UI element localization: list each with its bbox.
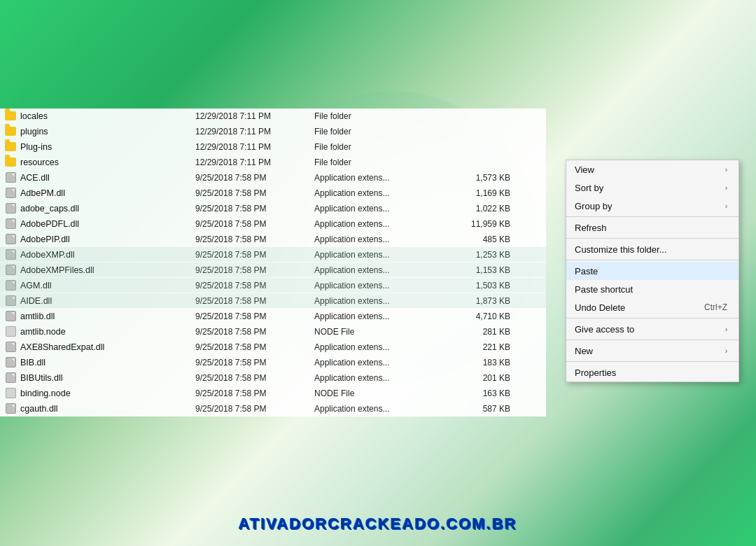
context-menu-item-new[interactable]: New› bbox=[566, 342, 738, 360]
file-row[interactable]: AdbePM.dll9/25/2018 7:58 PMApplication e… bbox=[0, 186, 546, 201]
file-row[interactable]: plugins12/29/2018 7:11 PMFile folder bbox=[0, 124, 546, 139]
folder-icon bbox=[4, 156, 17, 169]
file-size: 587 KB bbox=[454, 404, 510, 414]
file-size: 221 KB bbox=[454, 342, 510, 352]
file-row[interactable]: amtlib.node9/25/2018 7:58 PMNODE File281… bbox=[0, 324, 546, 340]
ctx-item-label: Paste bbox=[575, 266, 598, 276]
ctx-item-label: Paste shortcut bbox=[575, 284, 633, 295]
file-size: 163 KB bbox=[454, 388, 510, 398]
file-name: AdobePIP.dll bbox=[20, 234, 195, 244]
file-size: 1,169 KB bbox=[454, 188, 510, 198]
context-menu-item-paste[interactable]: Paste bbox=[566, 262, 738, 280]
dll-icon bbox=[4, 248, 17, 261]
context-menu-item-properties[interactable]: Properties bbox=[566, 363, 738, 382]
file-name: AdobeXMP.dll bbox=[20, 250, 195, 260]
context-menu-item-group-by[interactable]: Group by› bbox=[566, 197, 738, 215]
dll-icon bbox=[4, 264, 17, 276]
file-date: 9/25/2018 7:58 PM bbox=[195, 404, 314, 414]
dll-icon bbox=[4, 187, 17, 200]
file-row[interactable]: AdobeXMP.dll9/25/2018 7:58 PMApplication… bbox=[0, 247, 546, 262]
file-name: amtlib.dll bbox=[20, 312, 195, 321]
dll-icon bbox=[4, 202, 17, 215]
file-type: Application extens... bbox=[314, 265, 454, 275]
file-name: plugins bbox=[20, 127, 195, 136]
context-menu-item-paste-shortcut[interactable]: Paste shortcut bbox=[566, 280, 738, 298]
file-name: ACE.dll bbox=[20, 173, 195, 183]
file-row[interactable]: adobe_caps.dll9/25/2018 7:58 PMApplicati… bbox=[0, 201, 546, 216]
file-date: 12/29/2018 7:11 PM bbox=[195, 127, 314, 136]
file-type: File folder bbox=[314, 127, 454, 136]
ctx-separator bbox=[566, 318, 738, 318]
ctx-separator bbox=[566, 260, 738, 260]
file-size: 183 KB bbox=[454, 358, 510, 368]
file-type: Application extens... bbox=[314, 281, 454, 290]
file-name: AIDE.dll bbox=[20, 296, 195, 306]
file-row[interactable]: AdobeXMPFiles.dll9/25/2018 7:58 PMApplic… bbox=[0, 262, 546, 278]
dll-icon bbox=[4, 310, 17, 323]
file-name: locales bbox=[20, 111, 195, 121]
file-row[interactable]: amtlib.dll9/25/2018 7:58 PMApplication e… bbox=[0, 309, 546, 324]
ctx-item-label: Sort by bbox=[575, 183, 603, 193]
file-row[interactable]: resources12/29/2018 7:11 PMFile folder bbox=[0, 155, 546, 170]
file-row[interactable]: ACE.dll9/25/2018 7:58 PMApplication exte… bbox=[0, 170, 546, 186]
chevron-right-icon: › bbox=[725, 326, 727, 333]
ctx-item-label: New bbox=[575, 346, 593, 356]
ctx-separator bbox=[566, 238, 738, 239]
file-type: File folder bbox=[314, 158, 454, 167]
dll-icon bbox=[4, 172, 17, 184]
file-row[interactable]: AIDE.dll9/25/2018 7:58 PMApplication ext… bbox=[0, 293, 546, 309]
file-type: Application extens... bbox=[314, 373, 454, 383]
file-name: resources bbox=[20, 158, 195, 167]
file-date: 9/25/2018 7:58 PM bbox=[195, 265, 314, 275]
file-date: 9/25/2018 7:58 PM bbox=[195, 204, 314, 214]
file-row[interactable]: BIB.dll9/25/2018 7:58 PMApplication exte… bbox=[0, 355, 546, 370]
file-date: 9/25/2018 7:58 PM bbox=[195, 219, 314, 229]
chevron-right-icon: › bbox=[725, 347, 727, 355]
context-menu-item-refresh[interactable]: Refresh bbox=[566, 218, 738, 237]
file-name: cgauth.dll bbox=[20, 404, 195, 414]
dll-icon bbox=[4, 356, 17, 369]
file-explorer: locales12/29/2018 7:11 PMFile folderplug… bbox=[0, 108, 546, 416]
file-row[interactable]: AdobePIP.dll9/25/2018 7:58 PMApplication… bbox=[0, 232, 546, 247]
file-type: Application extens... bbox=[314, 234, 454, 244]
context-menu-item-give-access-to[interactable]: Give access to› bbox=[566, 320, 738, 338]
file-name: AdbePM.dll bbox=[20, 188, 195, 198]
context-menu-item-customize-this-folder[interactable]: Customize this folder... bbox=[566, 240, 738, 258]
folder-icon bbox=[4, 141, 17, 153]
file-name: AGM.dll bbox=[20, 281, 195, 290]
file-row[interactable]: AGM.dll9/25/2018 7:58 PMApplication exte… bbox=[0, 278, 546, 293]
file-name: amtlib.node bbox=[20, 327, 195, 337]
file-size: 1,153 KB bbox=[454, 265, 510, 275]
file-name: adobe_caps.dll bbox=[20, 204, 195, 214]
context-menu-item-view[interactable]: View› bbox=[566, 160, 738, 178]
file-row[interactable]: BIBUtils.dll9/25/2018 7:58 PMApplication… bbox=[0, 370, 546, 386]
file-type: Application extens... bbox=[314, 342, 454, 352]
ctx-separator bbox=[566, 216, 738, 217]
file-row[interactable]: AdobePDFL.dll9/25/2018 7:58 PMApplicatio… bbox=[0, 216, 546, 232]
file-row[interactable]: cgauth.dll9/25/2018 7:58 PMApplication e… bbox=[0, 401, 546, 416]
dll-icon bbox=[4, 372, 17, 384]
file-size: 11,959 KB bbox=[454, 219, 510, 229]
file-date: 9/25/2018 7:58 PM bbox=[195, 358, 314, 368]
ctx-item-label: Customize this folder... bbox=[575, 244, 667, 255]
chevron-right-icon: › bbox=[725, 166, 727, 174]
file-row[interactable]: Plug-ins12/29/2018 7:11 PMFile folder bbox=[0, 139, 546, 155]
file-type: Application extens... bbox=[314, 312, 454, 321]
context-menu-item-sort-by[interactable]: Sort by› bbox=[566, 178, 738, 197]
file-row[interactable]: AXE8SharedExpat.dll9/25/2018 7:58 PMAppl… bbox=[0, 340, 546, 355]
file-date: 9/25/2018 7:58 PM bbox=[195, 296, 314, 306]
file-date: 12/29/2018 7:11 PM bbox=[195, 158, 314, 167]
ctx-item-label: Give access to bbox=[575, 324, 634, 335]
file-type: NODE File bbox=[314, 327, 454, 337]
file-name: BIB.dll bbox=[20, 358, 195, 368]
file-row[interactable]: locales12/29/2018 7:11 PMFile folder bbox=[0, 108, 546, 124]
file-date: 9/25/2018 7:58 PM bbox=[195, 373, 314, 383]
chevron-right-icon: › bbox=[725, 184, 727, 192]
file-date: 9/25/2018 7:58 PM bbox=[195, 234, 314, 244]
file-row[interactable]: binding.node9/25/2018 7:58 PMNODE File16… bbox=[0, 386, 546, 401]
context-menu-item-undo-delete[interactable]: Undo DeleteCtrl+Z bbox=[566, 298, 738, 316]
file-size: 1,253 KB bbox=[454, 250, 510, 260]
file-date: 9/25/2018 7:58 PM bbox=[195, 342, 314, 352]
file-date: 9/25/2018 7:58 PM bbox=[195, 327, 314, 337]
file-type: Application extens... bbox=[314, 204, 454, 214]
